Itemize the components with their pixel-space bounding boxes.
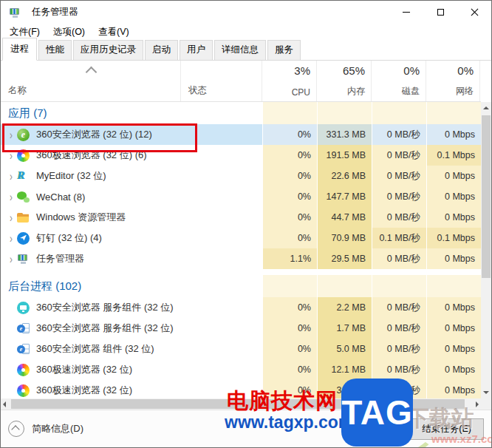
column-memory-label: 内存 <box>347 85 365 98</box>
process-row[interactable]: › Windows 资源管理器 0% 44.7 MB 0 MB/秒 0 Mbps <box>1 207 481 228</box>
process-name: 任务管理器 <box>36 252 84 265</box>
360-browser-component-icon <box>17 343 30 356</box>
column-status-label: 状态 <box>188 84 207 97</box>
menu-view[interactable]: 查看(V) <box>92 24 136 40</box>
process-row[interactable]: › 360安全浏览器 服务组件 (32 位) 0% 1.7 MB 0 MB/秒 … <box>1 318 481 339</box>
windows-explorer-icon <box>17 211 30 224</box>
network-value-cell: 0 Mbps <box>427 166 481 186</box>
close-button[interactable] <box>457 1 491 24</box>
disk-value-cell: 0 MB/秒 <box>372 145 426 166</box>
process-row[interactable]: › MyEditor (32 位) 0% 22.6 MB 0 MB/秒 0 Mb… <box>1 166 481 186</box>
task-manager-app-icon <box>9 7 20 18</box>
watermark-background-url: www.xz7.com <box>431 432 492 445</box>
cpu-value-cell: 1.1% <box>263 248 317 269</box>
memory-value-cell: 44.7 MB <box>318 207 372 228</box>
scrollbar-corner <box>481 398 491 410</box>
column-network-label: 网络 <box>456 85 474 98</box>
process-name-cell: › 360安全浏览器 服务组件 (32 位) <box>1 297 262 318</box>
360-speed-browser-icon <box>17 364 30 376</box>
process-row[interactable]: › 任务管理器 1.1% 29.5 MB 0 MB/秒 0 Mbps <box>1 248 481 269</box>
tab-processes[interactable]: 进程 <box>2 38 37 61</box>
process-name: 360极速浏览器 (32 位) <box>36 384 132 397</box>
minimize-icon <box>403 12 410 13</box>
column-status[interactable]: 状态 <box>181 61 262 101</box>
section-apps-header[interactable]: 应用 (7) <box>1 102 481 124</box>
disk-value-cell: 0 MB/秒 <box>372 297 426 318</box>
cpu-value-cell: 0% <box>263 207 317 228</box>
process-row[interactable]: › 360安全浏览器 组件 (32 位) 0% 5.0 MB 0 MB/秒 0 … <box>1 339 481 359</box>
disk-value-cell: 0 MB/秒 <box>372 166 426 186</box>
disk-value-cell: 0 MB/秒 <box>372 124 426 145</box>
tab-users[interactable]: 用户 <box>180 40 213 60</box>
section-apps-title: 应用 (7) <box>1 102 262 124</box>
memory-value-cell: 29.5 MB <box>318 248 372 269</box>
process-name-cell: › 360安全浏览器 服务组件 (32 位) <box>1 318 262 339</box>
tab-details[interactable]: 详细信息 <box>214 40 266 60</box>
process-list: 应用 (7) › 360安全浏览器 (32 位) (12) 0% 331.3 M… <box>1 102 481 398</box>
column-memory[interactable]: 65% 内存 <box>317 61 372 101</box>
tab-app-history[interactable]: 应用历史记录 <box>73 40 143 60</box>
expand-chevron-icon[interactable]: › <box>6 211 16 225</box>
column-network[interactable]: 0% 网络 <box>426 61 480 101</box>
column-disk-label: 磁盘 <box>402 85 420 98</box>
section-background-title: 后台进程 (102) <box>1 275 262 297</box>
vertical-scrollbar-thumb[interactable] <box>482 115 491 278</box>
maximize-button[interactable] <box>423 1 457 24</box>
360-service-component-icon <box>17 302 30 314</box>
cpu-value-cell: 0% <box>263 318 317 339</box>
expand-chevron-icon[interactable]: › <box>6 252 16 266</box>
expand-chevron-icon[interactable]: › <box>6 169 16 183</box>
column-disk[interactable]: 0% 磁盘 <box>372 61 426 101</box>
fewer-details-toggle[interactable]: 简略信息(D) <box>8 421 83 437</box>
process-name: Windows 资源管理器 <box>36 211 126 224</box>
process-row[interactable]: › 360安全浏览器 服务组件 (32 位) 0% 2.2 MB 0 MB/秒 … <box>1 297 481 318</box>
section-background-header[interactable]: 后台进程 (102) <box>1 275 481 297</box>
network-value-cell: 0 Mbps <box>427 207 481 228</box>
scroll-right-icon[interactable] <box>476 401 479 407</box>
process-name-cell: › 360极速浏览器 (32 位) <box>1 380 262 398</box>
column-name[interactable]: 名称 <box>1 61 181 101</box>
column-cpu-label: CPU <box>292 87 310 98</box>
close-icon <box>471 8 479 16</box>
watermark-background-text: 下载站 <box>407 404 474 434</box>
expand-chevron-icon[interactable]: › <box>6 190 16 204</box>
sort-ascending-icon <box>85 67 97 78</box>
tab-services[interactable]: 服务 <box>267 40 301 60</box>
network-value-cell: 0 Mbps <box>427 124 481 145</box>
memory-value-cell: 1.7 MB <box>318 318 372 339</box>
process-row[interactable]: › WeChat (8) 0% 147.7 MB 0 MB/秒 0 Mbps <box>1 186 481 207</box>
fewer-details-label: 简略信息(D) <box>32 422 83 435</box>
cpu-value-cell: 0% <box>263 166 317 186</box>
tag-logo: TAG <box>341 379 413 447</box>
column-header-row: 名称 状态 3% CPU 65% 内存 0% 磁盘 0% 网络 <box>1 61 481 102</box>
column-cpu[interactable]: 3% CPU <box>262 61 317 101</box>
process-row[interactable]: › 360极速浏览器 (32 位) 0% 12.1 MB 0 MB/秒 0 Mb… <box>1 359 481 380</box>
disk-value-cell: 0 MB/秒 <box>372 186 426 207</box>
process-name-cell: › 钉钉 (32 位) (4) <box>1 228 262 248</box>
menu-bar: 文件(F) 选项(O) 查看(V) <box>1 24 491 40</box>
watermark-site-name: 电脑技术网 <box>227 387 338 416</box>
process-name: WeChat (8) <box>36 191 85 203</box>
minimize-button[interactable] <box>389 1 423 24</box>
tab-strip: 进程 性能 应用历史记录 启动 用户 详细信息 服务 <box>1 40 491 61</box>
memory-value-cell: 22.6 MB <box>318 166 372 186</box>
network-value-cell: 0 Mbps <box>427 186 481 207</box>
vertical-scrollbar[interactable] <box>481 102 491 398</box>
cpu-value-cell: 0% <box>263 297 317 318</box>
wechat-icon <box>17 191 30 203</box>
network-value-cell: 0 Mbps <box>427 359 481 380</box>
scroll-left-icon[interactable] <box>3 401 6 407</box>
tab-startup[interactable]: 启动 <box>145 40 178 60</box>
process-name-cell: › 360安全浏览器 组件 (32 位) <box>1 339 262 359</box>
tab-performance[interactable]: 性能 <box>38 40 72 60</box>
process-row[interactable]: › 钉钉 (32 位) (4) 0% 70.9 MB 0.1 MB/秒 0.1 … <box>1 228 481 248</box>
disk-value-cell: 0 MB/秒 <box>372 359 426 380</box>
chevron-up-circle-icon <box>8 421 24 437</box>
process-name: 钉钉 (32 位) (4) <box>36 231 102 245</box>
scroll-down-icon[interactable] <box>483 391 489 394</box>
memory-value-cell: 147.7 MB <box>318 186 372 207</box>
menu-options[interactable]: 选项(O) <box>47 24 92 40</box>
scroll-up-icon[interactable] <box>483 106 489 109</box>
process-name: 360安全浏览器 组件 (32 位) <box>36 342 154 356</box>
expand-chevron-icon[interactable]: › <box>6 231 16 245</box>
